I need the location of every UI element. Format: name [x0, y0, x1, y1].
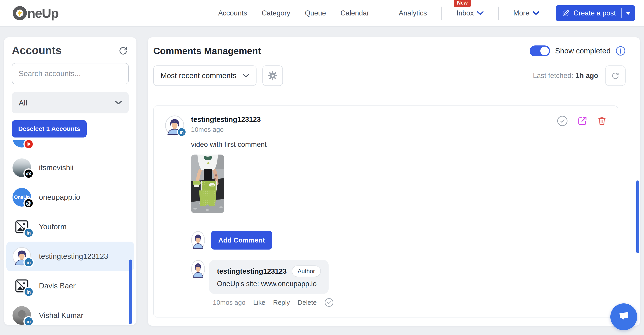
threads-icon: @ [24, 168, 34, 179]
delete-reply-button[interactable]: Delete [298, 299, 317, 306]
avatar: in [12, 218, 31, 236]
comments-settings-button[interactable] [262, 65, 283, 86]
avatar: OneUp @ [12, 188, 31, 207]
chevron-down-icon [532, 11, 540, 15]
account-item[interactable]: in Davis Baer [6, 271, 134, 301]
avatar [12, 140, 31, 147]
open-external-icon[interactable] [577, 116, 588, 126]
sidebar-title: Accounts [12, 44, 62, 57]
accounts-sidebar: Accounts All Deselect 1 Accounts @ [4, 37, 136, 325]
account-name: itsmevishii [39, 163, 74, 172]
comments-list: in testingtesting123123 10mos ago video … [148, 96, 640, 326]
delete-icon[interactable] [597, 116, 607, 126]
account-name: testingtesting123123 [39, 252, 108, 261]
nav-item-category[interactable]: Category [262, 9, 290, 17]
avatar: @ [12, 158, 31, 177]
threads-icon: @ [24, 198, 34, 208]
comments-panel: Comments Management Show completed Most … [148, 37, 640, 326]
divider [621, 8, 622, 18]
deselect-accounts-button[interactable]: Deselect 1 Accounts [12, 120, 87, 137]
sort-comments-dropdown[interactable]: Most recent comments [153, 65, 256, 86]
nav-item-accounts[interactable]: Accounts [218, 9, 247, 17]
account-item[interactable]: @ itsmevishii [6, 153, 134, 183]
oneup-logo[interactable]: neUp [13, 6, 58, 20]
comment-time: 10mos ago [191, 126, 261, 133]
linkedin-icon: in [177, 127, 186, 137]
account-list: @ itsmevishii OneUp @ oneupapp.io in Yo [6, 140, 134, 325]
search-accounts-input[interactable] [12, 63, 129, 84]
page-title: Comments Management [153, 46, 261, 56]
refresh-accounts-button[interactable] [118, 45, 129, 56]
comment-text: video with first comment [191, 140, 607, 149]
reply-author: testingtesting123123 [217, 267, 287, 276]
oneup-logo-bolt-icon [13, 6, 27, 20]
sidebar-scrollbar[interactable] [129, 260, 132, 324]
refetch-comments-button[interactable] [605, 65, 626, 86]
caret-down-icon[interactable] [626, 12, 631, 15]
account-name: oneupapp.io [39, 193, 80, 202]
show-completed-toggle[interactable] [530, 45, 550, 56]
account-item[interactable]: in Youform [6, 212, 134, 242]
linkedin-icon: in [24, 257, 34, 268]
person-avatar [191, 231, 205, 249]
person-avatar [191, 260, 205, 278]
chat-bubble-icon [616, 309, 631, 324]
refresh-icon [610, 71, 620, 81]
nav-item-queue[interactable]: Queue [305, 9, 326, 17]
last-fetched-label: Last fetched: [533, 72, 574, 80]
divider [498, 6, 499, 20]
refresh-icon [118, 45, 129, 56]
account-name: Youform [39, 223, 67, 231]
nav-item-calendar[interactable]: Calendar [341, 9, 369, 17]
youtube-icon [24, 140, 34, 149]
account-item[interactable]: in Vishal Kumar [6, 301, 134, 325]
info-icon[interactable] [616, 46, 626, 56]
nav-item-more[interactable]: More [513, 9, 540, 17]
create-post-label: Create a post [574, 9, 616, 17]
account-item-selected[interactable]: in testingtesting123123 [6, 242, 134, 271]
account-item[interactable] [6, 140, 134, 153]
avatar: in [12, 247, 31, 266]
like-button[interactable]: Like [253, 299, 266, 306]
comments-scrollbar[interactable] [636, 180, 639, 253]
reply-button[interactable]: Reply [273, 299, 290, 306]
account-name: Vishal Kumar [39, 311, 84, 320]
chevron-down-icon [477, 11, 484, 15]
account-filter-value: All [19, 98, 27, 107]
nav-item-more-label: More [513, 9, 530, 17]
new-badge: New [454, 0, 471, 7]
toggle-knob [540, 47, 549, 55]
divider [191, 222, 607, 222]
create-post-button[interactable]: Create a post [556, 5, 635, 21]
account-name: Davis Baer [39, 282, 76, 290]
linkedin-icon: in [24, 316, 34, 325]
mark-reply-complete-icon[interactable] [324, 298, 334, 307]
author-badge: Author [292, 266, 321, 277]
sort-comments-value: Most recent comments [160, 71, 236, 80]
reply-time: 10mos ago [213, 299, 246, 306]
linkedin-icon: in [24, 228, 34, 238]
support-chat-button[interactable] [610, 304, 637, 330]
add-comment-button[interactable]: Add Comment [211, 231, 272, 250]
divider [442, 6, 442, 20]
comment-reply: testingtesting123123 Author OneUp's site… [191, 260, 607, 294]
avatar: in [165, 115, 185, 136]
avatar: in [12, 306, 31, 325]
oneup-logo-text: neUp [27, 6, 58, 20]
chevron-down-icon [242, 74, 249, 78]
account-item[interactable]: OneUp @ oneupapp.io [6, 183, 134, 212]
divider [384, 6, 384, 20]
nav-links: Accounts Category Queue Calendar Analyti… [218, 5, 635, 21]
account-filter-select[interactable]: All [12, 92, 129, 113]
mark-complete-icon[interactable] [557, 115, 568, 126]
avatar [191, 260, 205, 278]
avatar: in [12, 277, 31, 295]
chevron-down-icon [115, 101, 122, 105]
reply-bubble: testingtesting123123 Author OneUp's site… [209, 260, 328, 294]
last-fetched-value: 1h ago [576, 72, 598, 80]
nav-item-inbox[interactable]: New Inbox [456, 9, 484, 17]
top-nav: neUp Accounts Category Queue Calendar An… [0, 0, 644, 27]
nav-item-analytics[interactable]: Analytics [399, 9, 427, 17]
video-thumbnail[interactable] [191, 155, 224, 213]
avatar [191, 231, 205, 249]
